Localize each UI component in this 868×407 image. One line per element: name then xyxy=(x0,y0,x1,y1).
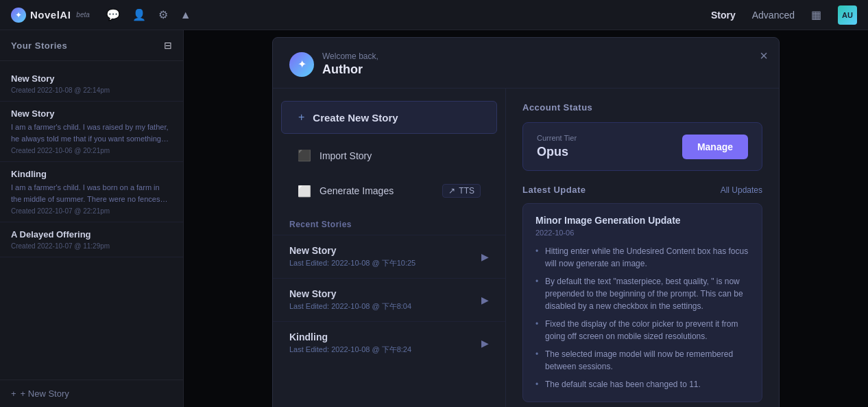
story-excerpt: I am a farmer's child. I was raised by m… xyxy=(11,121,172,144)
story-date: Created 2022-10-07 @ 22:21pm xyxy=(11,207,172,215)
plus-icon: + xyxy=(11,388,16,399)
story-title: Kindling xyxy=(11,169,172,179)
tier-name: Opus xyxy=(537,145,577,159)
tier-label: Current Tier xyxy=(537,134,577,142)
create-story-label: Create New Story xyxy=(313,112,398,124)
tts-badge[interactable]: ↗ TTS xyxy=(442,184,481,198)
recent-story-item[interactable]: Kindling Last Edited: 2022-10-08 @ 下午8:2… xyxy=(273,321,505,364)
avatar[interactable]: AU xyxy=(838,5,857,25)
image-icon: ⬜ xyxy=(298,185,311,198)
latest-update-header: Latest Update All Updates xyxy=(522,185,762,195)
story-title: A Delayed Offering xyxy=(11,229,172,240)
sidebar-stories-list: New Story Created 2022-10-08 @ 22:14pm N… xyxy=(0,61,183,380)
recent-story-name: New Story xyxy=(289,288,411,299)
import-story-button[interactable]: ⬛ Import Story xyxy=(281,139,497,172)
welcome-modal: ✦ Welcome back, Author × + Create New xyxy=(272,37,780,407)
new-story-label: + New Story xyxy=(21,388,69,399)
generate-images-row[interactable]: ⬜ Generate Images ↗ TTS xyxy=(281,174,497,207)
update-card-date: 2022-10-06 xyxy=(535,229,749,237)
topnav-icons: 💬 👤 ⚙ ▲ xyxy=(106,8,191,21)
story-excerpt: I am a farmer's child. I was born on a f… xyxy=(11,182,172,205)
tier-info: Current Tier Opus xyxy=(537,134,577,159)
app-name: NovelAI xyxy=(30,9,71,21)
plus-icon: + xyxy=(298,111,304,124)
modal-overlay[interactable]: ✦ Welcome back, Author × + Create New xyxy=(184,30,868,407)
recent-story-info: New Story Last Edited: 2022-10-08 @ 下午8:… xyxy=(289,288,411,312)
update-card-title: Minor Image Generation Update xyxy=(535,215,749,226)
sidebar-header: Your Stories ⊟ xyxy=(0,30,183,61)
filter-icon[interactable]: ⊟ xyxy=(164,40,172,51)
recent-story-name: New Story xyxy=(289,245,415,256)
recent-story-edited: Last Edited: 2022-10-08 @ 下午10:25 xyxy=(289,258,415,268)
list-item[interactable]: New Story I am a farmer's child. I was r… xyxy=(0,102,183,162)
story-title: New Story xyxy=(11,108,172,119)
logo-icon: ✦ xyxy=(11,8,26,23)
recent-story-edited: Last Edited: 2022-10-08 @ 下午8:24 xyxy=(289,345,411,355)
update-card: Minor Image Generation Update 2022-10-06… xyxy=(522,203,762,402)
recent-story-item[interactable]: New Story Last Edited: 2022-10-08 @ 下午8:… xyxy=(273,278,505,321)
list-item[interactable]: New Story Created 2022-10-08 @ 22:14pm xyxy=(0,67,183,102)
speech-bubble-icon[interactable]: 💬 xyxy=(106,8,120,21)
list-item[interactable]: A Delayed Offering Created 2022-10-07 @ … xyxy=(0,222,183,257)
sidebar: Your Stories ⊟ New Story Created 2022-10… xyxy=(0,30,184,407)
story-date: Created 2022-10-08 @ 22:14pm xyxy=(11,86,172,94)
generate-images-left: ⬜ Generate Images xyxy=(298,185,394,198)
modal-logo-icon: ✦ xyxy=(289,52,314,77)
modal-header-text: Welcome back, Author xyxy=(322,51,378,77)
recent-story-info: Kindling Last Edited: 2022-10-08 @ 下午8:2… xyxy=(289,332,411,355)
modal-right-panel: Account Status Current Tier Opus Manage … xyxy=(506,89,779,407)
beta-label: beta xyxy=(76,11,89,19)
external-link-icon: ↗ xyxy=(448,186,455,196)
story-title: New Story xyxy=(11,73,172,84)
create-new-story-button[interactable]: + Create New Story xyxy=(281,101,497,134)
sidebar-title: Your Stories xyxy=(11,40,67,51)
recent-story-info: New Story Last Edited: 2022-10-08 @ 下午10… xyxy=(289,245,415,268)
modal-body: + Create New Story ⬛ Import Story ⬜ xyxy=(273,89,779,407)
main-content: No Story selected. ✦ Welcome back, Autho… xyxy=(184,30,868,407)
latest-update-title: Latest Update xyxy=(522,185,586,195)
update-card-list: Hitting enter while the Undesired Conten… xyxy=(535,245,749,391)
new-story-button[interactable]: + + New Story xyxy=(0,380,183,407)
recent-story-name: Kindling xyxy=(289,332,411,342)
user-icon[interactable]: 👤 xyxy=(132,8,146,21)
import-story-label: Import Story xyxy=(320,150,372,161)
nav-advanced-link[interactable]: Advanced xyxy=(752,10,795,21)
update-list-item: Hitting enter while the Undesired Conten… xyxy=(535,245,749,270)
all-updates-link[interactable]: All Updates xyxy=(721,185,762,195)
story-date: Created 2022-10-07 @ 11:29pm xyxy=(11,242,172,250)
modal-left-panel: + Create New Story ⬛ Import Story ⬜ xyxy=(273,89,506,407)
manage-button[interactable]: Manage xyxy=(682,135,748,159)
recent-story-edited: Last Edited: 2022-10-08 @ 下午8:04 xyxy=(289,301,411,312)
arrow-up-icon[interactable]: ▲ xyxy=(180,9,191,21)
story-date: Created 2022-10-06 @ 20:21pm xyxy=(11,147,172,154)
update-list-item: The selected image model will now be rem… xyxy=(535,348,749,373)
author-text: Author xyxy=(322,62,378,77)
recent-story-item[interactable]: New Story Last Edited: 2022-10-08 @ 下午10… xyxy=(273,235,505,278)
generate-images-label: Generate Images xyxy=(320,185,394,196)
account-tier-box: Current Tier Opus Manage xyxy=(522,122,762,171)
nav-story-link[interactable]: Story xyxy=(711,10,736,21)
modal-close-button[interactable]: × xyxy=(760,49,768,62)
update-list-item: Fixed the display of the color picker to… xyxy=(535,318,749,342)
layout: Your Stories ⊟ New Story Created 2022-10… xyxy=(0,30,868,407)
chevron-right-icon: ▶ xyxy=(481,294,489,305)
modal-header: ✦ Welcome back, Author × xyxy=(273,38,779,89)
topnav-right: Story Advanced ▦ AU xyxy=(711,5,857,25)
update-list-item: The default scale has been changed to 11… xyxy=(535,378,749,391)
account-status-title: Account Status xyxy=(522,102,762,113)
recent-stories-label: Recent Stories xyxy=(273,209,505,235)
gear-icon[interactable]: ⚙ xyxy=(158,8,168,21)
app-logo[interactable]: ✦ NovelAI beta xyxy=(11,8,90,23)
list-item[interactable]: Kindling I am a farmer's child. I was bo… xyxy=(0,162,183,222)
import-icon: ⬛ xyxy=(298,149,311,162)
tts-label: TTS xyxy=(459,186,474,196)
update-list-item: By default the text "masterpiece, best q… xyxy=(535,275,749,312)
topnav: ✦ NovelAI beta 💬 👤 ⚙ ▲ Story Advanced ▦ … xyxy=(0,0,868,30)
welcome-text: Welcome back, xyxy=(322,51,378,61)
chevron-right-icon: ▶ xyxy=(481,338,489,349)
chevron-right-icon: ▶ xyxy=(481,251,489,262)
grid-icon[interactable]: ▦ xyxy=(811,8,821,21)
